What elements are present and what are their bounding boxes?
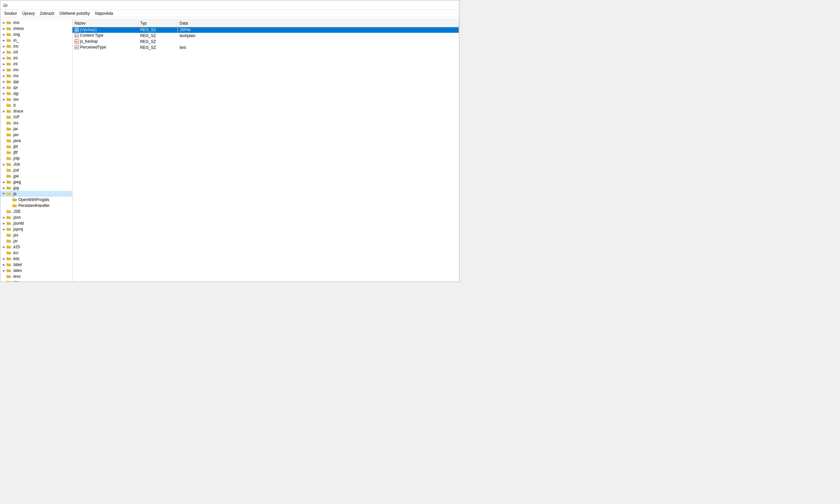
- tree-item[interactable]: ▶ .jfif: [0, 149, 72, 156]
- tree-item[interactable]: ▶ .lgn: [0, 280, 72, 282]
- tree-item[interactable]: ▶ .ipr: [0, 85, 72, 90]
- svg-rect-66: [6, 216, 11, 219]
- tree-item[interactable]: ▶ .less: [0, 273, 72, 280]
- svg-rect-45: [6, 151, 8, 152]
- tree-item[interactable]: ▶ .latex: [0, 268, 72, 273]
- tree-item[interactable]: ▶ .itrace: [0, 108, 72, 114]
- tree-item[interactable]: ▶ .jpeg: [0, 179, 72, 185]
- tree-pane[interactable]: ▶ .imc▶ .imesx▶ .img▶ .in_▶ .inc▶ .inf▶ …: [0, 20, 72, 282]
- svg-rect-49: [6, 163, 8, 164]
- tree-item[interactable]: ▶ .jsx: [0, 232, 72, 238]
- tree-item[interactable]: ▶ .java: [0, 138, 72, 144]
- folder-icon: [6, 179, 12, 185]
- tree-item[interactable]: ▶ .imc: [0, 20, 72, 25]
- svg-rect-55: [6, 180, 8, 181]
- svg-rect-47: [6, 157, 8, 158]
- tree-item[interactable]: ▶ .img: [0, 32, 72, 37]
- tree-item[interactable]: ▶ .iqy: [0, 90, 72, 96]
- menu-upravy[interactable]: Úpravy: [20, 11, 37, 16]
- menu-oblibene[interactable]: Oblíbené položky: [57, 11, 92, 16]
- close-button[interactable]: [450, 2, 456, 7]
- tree-item[interactable]: ▶ .jsonld: [0, 220, 72, 226]
- tree-label: .ipr: [13, 85, 18, 90]
- svg-rect-38: [6, 134, 11, 137]
- tree-item[interactable]: ▶ .js: [0, 191, 72, 197]
- folder-icon: [6, 109, 12, 114]
- tree-item[interactable]: ▶ .jbf: [0, 144, 72, 149]
- svg-rect-16: [6, 69, 11, 71]
- expand-icon: ▶: [2, 245, 6, 249]
- col-data[interactable]: Data: [177, 20, 459, 27]
- tree-label: .lgn: [13, 280, 19, 282]
- folder-icon: [6, 150, 12, 155]
- expand-icon: ▶: [2, 32, 6, 37]
- folder-icon: [6, 67, 12, 72]
- tree-label: .jpeg: [13, 180, 21, 184]
- tree-label: .jod: [13, 168, 19, 173]
- tree-item[interactable]: ▶ .iso: [0, 96, 72, 102]
- tree-item[interactable]: ▶ .inf: [0, 49, 72, 55]
- tree-label: .IVF: [13, 115, 20, 119]
- tree-item[interactable]: ▶ .ipp: [0, 79, 72, 85]
- svg-rect-52: [6, 175, 11, 178]
- tree-item[interactable]: ▶ .jnlp: [0, 156, 72, 161]
- svg-rect-27: [6, 98, 8, 99]
- tree-item[interactable]: ▶ .inc: [0, 43, 72, 49]
- svg-rect-18: [6, 75, 11, 77]
- reg-name: (Výchozí): [80, 28, 97, 32]
- col-type[interactable]: Typ: [138, 20, 177, 27]
- tree-label: .it: [13, 103, 15, 108]
- tree-item[interactable]: ▶ .jpe: [0, 173, 72, 179]
- menu-soubor[interactable]: Soubor: [2, 11, 20, 16]
- table-row[interactable]: ab Content TypeREG_SZtext/plain: [72, 33, 459, 39]
- tree-label: .kci: [13, 251, 18, 255]
- maximize-button[interactable]: [443, 2, 449, 7]
- expand-icon: ▶: [2, 215, 6, 220]
- minimize-button[interactable]: [435, 2, 442, 7]
- tree-item[interactable]: ▶ .jpg: [0, 185, 72, 191]
- svg-rect-33: [6, 115, 8, 116]
- svg-rect-21: [6, 80, 8, 81]
- tree-item[interactable]: ▶ .json: [0, 214, 72, 220]
- tree-item[interactable]: ▶ .jav: [0, 132, 72, 138]
- tree-item[interactable]: ▶ .JSE: [0, 209, 72, 214]
- tree-label: .jar: [13, 127, 18, 131]
- table-row[interactable]: ab PerceivedTypeREG_SZtext: [72, 44, 459, 51]
- svg-rect-32: [6, 116, 11, 119]
- table-row[interactable]: ab js_backupREG_SZ: [72, 39, 459, 44]
- tree-label: .label: [13, 262, 22, 267]
- table-row[interactable]: ab (Výchozí)REG_SZJSFile: [72, 27, 459, 33]
- svg-rect-11: [6, 51, 8, 52]
- tree-item[interactable]: ▶ .IVF: [0, 114, 72, 120]
- tree-item[interactable]: ▶ .ixx: [0, 120, 72, 126]
- tree-item[interactable]: ▶ OpenWithProgids: [0, 197, 72, 203]
- tree-item[interactable]: ▶ .imesx: [0, 25, 72, 32]
- tree-item[interactable]: ▶ PersistentHandler: [0, 203, 72, 209]
- tree-item[interactable]: ▶ .jsproj: [0, 226, 72, 232]
- svg-rect-41: [6, 139, 8, 140]
- tree-item[interactable]: ▶ .in_: [0, 37, 72, 43]
- col-name[interactable]: Název: [72, 20, 138, 27]
- tree-item[interactable]: ▶ .jar: [0, 126, 72, 132]
- tree-item[interactable]: ▶ .inx: [0, 73, 72, 79]
- svg-rect-36: [6, 128, 11, 130]
- tree-item[interactable]: ▶ .inl: [0, 61, 72, 67]
- tree-item[interactable]: ▶ .kci: [0, 250, 72, 256]
- svg-rect-35: [6, 121, 8, 122]
- tree-item[interactable]: ▶ .jxr: [0, 238, 72, 244]
- menu-zobrazit[interactable]: Zobrazit: [37, 11, 57, 16]
- tree-item[interactable]: ▶ .kdc: [0, 256, 72, 262]
- tree-item[interactable]: ▶ .k25: [0, 244, 72, 250]
- svg-rect-56: [6, 187, 11, 190]
- tree-item[interactable]: ▶ .jod: [0, 167, 72, 173]
- tree-label: PersistentHandler: [18, 203, 50, 208]
- tree-item[interactable]: ▶ .it: [0, 102, 72, 108]
- tree-item[interactable]: ▶ .inv: [0, 67, 72, 73]
- title-bar: 🗂: [0, 0, 459, 10]
- tree-item[interactable]: ▶ .label: [0, 262, 72, 268]
- svg-rect-50: [6, 169, 11, 172]
- menu-napoveda[interactable]: Nápověda: [92, 11, 116, 16]
- tree-item[interactable]: ▶ .Job: [0, 161, 72, 167]
- svg-rect-86: [6, 275, 11, 278]
- tree-item[interactable]: ▶ .ini: [0, 55, 72, 61]
